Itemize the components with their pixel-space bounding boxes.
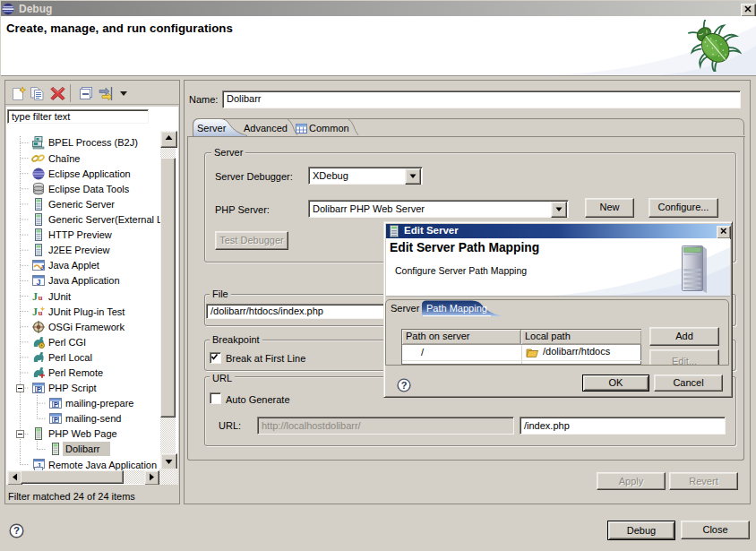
svg-text:?: ?	[401, 380, 408, 391]
svg-text:P: P	[54, 400, 58, 409]
svg-text:J: J	[32, 290, 38, 303]
svg-text:P: P	[37, 385, 41, 393]
svg-text:J: J	[32, 306, 38, 318]
svg-text:u: u	[39, 293, 43, 302]
svg-text:P: P	[54, 416, 58, 424]
svg-text:?: ?	[13, 525, 20, 536]
svg-text:J: J	[40, 263, 44, 271]
svg-text:J: J	[37, 278, 41, 287]
